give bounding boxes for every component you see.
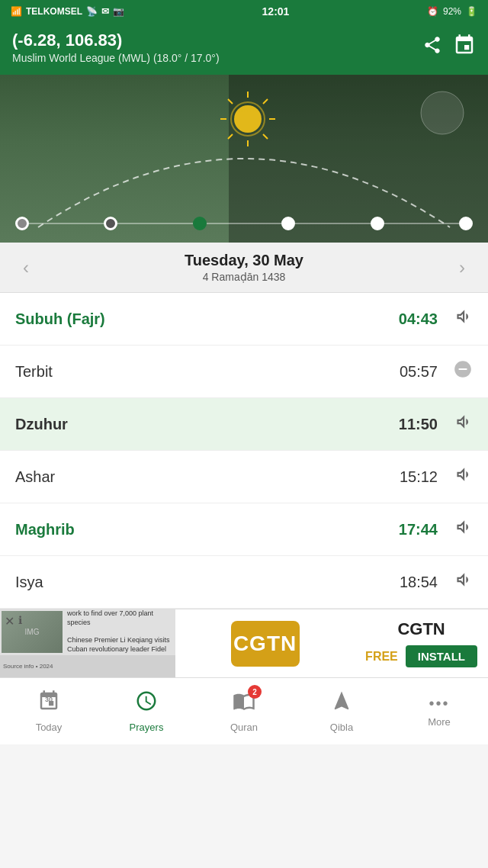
timeline-line-4 (295, 223, 370, 224)
timeline-dot-5 (459, 217, 473, 230)
hijri-date: 4 Ramaḍān 1438 (185, 271, 303, 283)
ad-brand-title: CGTN (397, 619, 445, 639)
nav-item-qibla[interactable]: Qibla (293, 678, 390, 744)
sound-button-subuh[interactable] (453, 307, 473, 331)
ad-free-label: FREE (365, 650, 398, 664)
prayer-times-list: Subuh (Fajr) 04:43 Terbit 05:57 Dzuhur 1… (0, 293, 488, 609)
timeline-dot-4 (371, 217, 384, 230)
today-icon: 30 (37, 690, 60, 718)
timeline-line-2 (117, 223, 192, 224)
date-display: Tuesday, 30 May 4 Ramaḍān 1438 (185, 252, 303, 283)
sound-button-maghrib[interactable] (453, 517, 473, 542)
prayer-row-dzuhur: Dzuhur 11:50 (0, 398, 488, 451)
calendar-button[interactable] (453, 34, 476, 61)
prayers-label: Prayers (130, 722, 164, 733)
share-button[interactable] (422, 35, 442, 59)
ad-img-bottom: Source info • 2024 (0, 655, 175, 678)
ad-logo-area[interactable]: CGTN (175, 615, 355, 673)
next-date-button[interactable]: › (451, 254, 473, 281)
prayer-time-ashar: 15:12 (400, 468, 438, 486)
no-sound-terbit (453, 359, 473, 384)
timeline-line-3 (207, 223, 281, 224)
instagram-icon: 📷 (113, 6, 124, 17)
timeline-line-5 (384, 223, 459, 224)
ad-img-top: IMG Chinese and Kenyan scientists work t… (0, 609, 175, 655)
moon-icon (419, 90, 465, 136)
signal-icon: 📶 (11, 6, 22, 17)
ad-close-button[interactable]: ✕ (5, 614, 14, 628)
ad-news-text: Chinese and Kenyan scientists work to fi… (64, 609, 175, 655)
svg-point-1 (234, 105, 262, 133)
status-right: ⏰ 92% 🔋 (427, 6, 477, 17)
sun-arc-area (0, 75, 488, 243)
prayer-time-terbit: 05:57 (400, 363, 438, 381)
quran-badge: 2 (248, 685, 262, 699)
timeline-line-1 (29, 223, 104, 224)
prayer-name-ashar: Ashar (15, 468, 400, 486)
timeline-dot-3 (281, 217, 295, 230)
qibla-label: Qibla (330, 722, 353, 733)
qibla-icon (330, 690, 353, 718)
app-header: (-6.28, 106.83) Muslim World League (MWL… (0, 23, 488, 75)
nav-item-quran[interactable]: 2 Quran (195, 678, 293, 744)
prayers-icon (135, 690, 158, 718)
quran-label: Quran (230, 722, 258, 733)
coordinates: (-6.28, 106.83) (12, 31, 220, 50)
prayer-name-isya: Isya (15, 574, 400, 591)
date-navigation: ‹ Tuesday, 30 May 4 Ramaḍān 1438 › (0, 243, 488, 293)
carrier-name: TELKOMSEL (26, 6, 82, 17)
nav-item-today[interactable]: 30 Today (0, 678, 98, 744)
sound-button-dzuhur[interactable] (453, 412, 473, 436)
prayer-name-maghrib: Maghrib (15, 521, 399, 538)
prayer-time-maghrib: 17:44 (399, 521, 438, 538)
wifi-icon: 📡 (86, 6, 98, 17)
today-label: Today (36, 722, 63, 733)
more-dots-icon: ••• (429, 695, 449, 712)
prayer-name-terbit: Terbit (15, 363, 400, 381)
sound-button-isya[interactable] (453, 570, 473, 594)
ad-source-text: Source info • 2024 (0, 660, 56, 673)
prayer-row-ashar: Ashar 15:12 (0, 451, 488, 503)
nav-item-prayers[interactable]: Prayers (98, 678, 195, 744)
prayer-time-dzuhur: 11:50 (399, 416, 438, 433)
ad-banner: ✕ ℹ IMG Chinese and Kenyan scientists wo… (0, 609, 488, 677)
header-actions (422, 34, 476, 61)
prayer-row-terbit: Terbit 05:57 (0, 346, 488, 398)
alarm-icon: ⏰ (427, 6, 438, 17)
ad-install-button[interactable]: INSTALL (406, 645, 477, 667)
ad-news-image: IMG Chinese and Kenyan scientists work t… (0, 609, 175, 678)
sound-button-ashar[interactable] (453, 465, 473, 489)
ad-cta-area: CGTN FREE INSTALL (355, 612, 488, 675)
prev-date-button[interactable]: ‹ (15, 254, 37, 281)
mail-icon: ✉ (101, 6, 109, 17)
battery-level: 92% (443, 6, 461, 17)
nav-item-more[interactable]: ••• More (390, 678, 488, 744)
location-info: (-6.28, 106.83) Muslim World League (MWL… (12, 31, 220, 64)
prayer-timeline (0, 204, 488, 243)
prayer-row-subuh: Subuh (Fajr) 04:43 (0, 293, 488, 346)
quran-icon: 2 (233, 690, 255, 718)
status-bar: 📶 TELKOMSEL 📡 ✉ 📷 12:01 ⏰ 92% 🔋 (0, 0, 488, 23)
carrier-info: 📶 TELKOMSEL 📡 ✉ 📷 (11, 6, 124, 17)
timeline-dot-2 (104, 217, 117, 230)
battery-icon: 🔋 (466, 6, 477, 17)
gregorian-date: Tuesday, 30 May (185, 252, 303, 269)
prayer-name-dzuhur: Dzuhur (15, 416, 399, 433)
prayer-time-isya: 18:54 (400, 574, 438, 591)
more-label: More (428, 716, 451, 728)
cgtn-logo: CGTN (231, 621, 300, 667)
timeline-dot-current (193, 217, 207, 230)
prayer-row-isya: Isya 18:54 (0, 556, 488, 609)
ad-action-buttons: FREE INSTALL (365, 645, 477, 667)
prayer-time-subuh: 04:43 (399, 310, 438, 328)
prayer-row-maghrib: Maghrib 17:44 (0, 503, 488, 556)
prayer-name-subuh: Subuh (Fajr) (15, 310, 399, 328)
timeline-dot-1 (15, 217, 29, 230)
calculation-method: Muslim World League (MWL) (18.0° / 17.0°… (12, 52, 220, 64)
bottom-navigation: 30 Today Prayers 2 Quran Qibla ••• Mor (0, 677, 488, 744)
svg-point-11 (421, 92, 464, 134)
status-time: 12:01 (262, 5, 290, 18)
ad-info-button[interactable]: ℹ (18, 614, 22, 626)
